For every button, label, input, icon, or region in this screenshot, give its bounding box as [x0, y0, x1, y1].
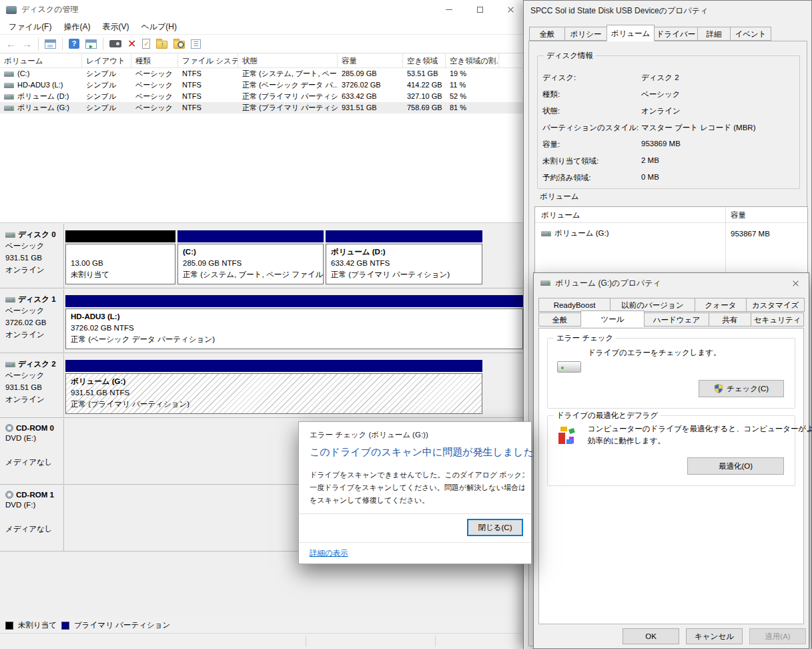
tab-quota[interactable]: クォータ: [695, 298, 747, 312]
col-capacity[interactable]: 容量: [338, 54, 403, 67]
legend-bar: 未割り当て プライマリ パーティション: [0, 618, 526, 633]
tab-tools[interactable]: ツール: [580, 310, 645, 327]
tab-hardware[interactable]: ハードウェア: [644, 312, 709, 327]
minimize-button[interactable]: [434, 0, 464, 19]
close-icon[interactable]: [792, 280, 799, 287]
cdrom-1-panel[interactable]: CD-ROM 1 DVD (F:) メディアなし: [1, 485, 64, 551]
col-free[interactable]: 空き領域: [403, 54, 446, 67]
dialog-title-bar: ボリューム (G:)のプロパティ: [534, 273, 809, 293]
tab-readyboost[interactable]: ReadyBoost: [538, 298, 611, 312]
menu-help[interactable]: ヘルプ(H): [135, 19, 183, 35]
groupbox-label: ドライブの最適化とデフラグ: [554, 411, 661, 421]
close-button-label: 閉じる(C): [478, 523, 512, 533]
legend-unallocated-label: 未割り当て: [18, 620, 57, 630]
col-volume[interactable]: ボリューム: [541, 210, 580, 220]
cell-capacity: 931.51 GB: [338, 102, 403, 114]
volume-list-row[interactable]: ボリューム (G:): [541, 228, 609, 238]
partition-g-selected[interactable]: ボリューム (G:) 931.51 GB NTFS 正常 (プライマリ パーティ…: [65, 360, 482, 414]
tab-sharing[interactable]: 共有: [709, 312, 751, 327]
toolbar-separator: [103, 38, 103, 50]
field-value-disk: ディスク 2: [641, 73, 679, 83]
cell-free: 414.22 GB: [403, 79, 446, 91]
partition-unallocated[interactable]: 13.00 GB 未割り当て: [65, 230, 175, 284]
menu-view[interactable]: 表示(V): [96, 19, 135, 35]
tab-events[interactable]: イベント: [730, 27, 771, 41]
delete-volume-icon[interactable]: ✕: [127, 39, 136, 49]
cell-layout: シンプル: [82, 68, 131, 79]
cancel-button[interactable]: キャンセル: [686, 628, 743, 644]
dialog-title: ボリューム (G:)のプロパティ: [555, 278, 661, 289]
cell-fs: NTFS: [178, 102, 238, 114]
cell-capacity: 3726.02 GB: [338, 79, 403, 91]
tab-policies[interactable]: ポリシー: [564, 27, 607, 41]
tools-tab-page: エラー チェック ドライブのエラーをチェックします。 チェッ: [538, 328, 804, 624]
disk-1-panel[interactable]: ディスク 1 ベーシック 3726.02 GB オンライン: [1, 289, 64, 353]
cdrom-0-panel[interactable]: CD-ROM 0 DVD (E:) メディアなし: [1, 419, 64, 484]
disk-size: 3726.02 GB: [5, 316, 63, 329]
tab-driver[interactable]: ドライバー: [654, 27, 698, 41]
menu-action[interactable]: 操作(A): [57, 19, 96, 35]
explore-folder-icon[interactable]: [173, 41, 185, 49]
rescan-disks-icon[interactable]: [109, 40, 121, 47]
close-button[interactable]: [495, 0, 526, 19]
partition-size: 633.42 GB NTFS: [331, 258, 477, 269]
disk-0-panel[interactable]: ディスク 0 ベーシック 931.51 GB オンライン: [1, 224, 64, 288]
ok-button[interactable]: OK: [623, 628, 679, 644]
col-layout[interactable]: レイアウト: [82, 54, 131, 67]
close-dialog-button[interactable]: 閉じる(C): [467, 519, 523, 536]
tab-customize[interactable]: カスタマイズ: [746, 298, 805, 312]
disk-icon: [5, 362, 15, 367]
field-value-partition-style: マスター ブート レコード (MBR): [641, 123, 755, 133]
col-volume[interactable]: ボリューム: [0, 54, 82, 67]
table-row[interactable]: ボリューム (D:) シンプル ベーシック NTFS 正常 (プライマリ パーテ…: [0, 91, 526, 102]
check-button[interactable]: チェック(C): [699, 380, 784, 397]
show-console-tree-icon[interactable]: [85, 39, 97, 49]
cell-type: ベーシック: [131, 79, 178, 91]
toolbar-separator: [62, 38, 63, 50]
help-icon[interactable]: ?: [69, 39, 79, 49]
maximize-button[interactable]: [464, 0, 495, 19]
menu-file[interactable]: ファイル(F): [3, 19, 57, 35]
cancel-button-label: キャンセル: [695, 632, 734, 642]
apply-button[interactable]: 適用(A): [749, 628, 806, 644]
partition-l[interactable]: HD-ADU3 (L:) 3726.02 GB NTFS 正常 (ベーシック デ…: [65, 295, 523, 349]
table-row-selected[interactable]: ボリューム (G:) シンプル ベーシック NTFS 正常 (プライマリ パーテ…: [0, 102, 526, 114]
error-dialog-body: ドライブをスキャンできませんでした。このダイアログ ボックスを閉じて、もう 一度…: [310, 469, 524, 507]
col-type[interactable]: 種類: [131, 54, 178, 67]
tab-volumes[interactable]: ボリューム: [606, 25, 655, 41]
partition-d[interactable]: ボリューム (D:) 633.42 GB NTFS 正常 (プライマリ パーティ…: [326, 230, 482, 284]
disk-icon: [5, 297, 15, 302]
optimize-button-label: 最適化(O): [719, 461, 753, 471]
show-details-link[interactable]: 詳細の表示: [310, 548, 348, 558]
cell-status: 正常 (プライマリ パーティシ...: [238, 91, 338, 102]
cdrom-media: メディアなし: [5, 456, 63, 468]
partition-c[interactable]: (C:) 285.09 GB NTFS 正常 (システム, ブート, ページ フ…: [177, 230, 324, 284]
forward-icon[interactable]: →: [22, 39, 32, 49]
optimize-button[interactable]: 最適化(O): [687, 457, 784, 475]
col-status[interactable]: 状態: [238, 54, 338, 67]
cell-layout: シンプル: [82, 91, 131, 102]
tab-general[interactable]: 全般: [538, 312, 581, 327]
col-capacity[interactable]: 容量: [731, 210, 746, 220]
open-folder-icon[interactable]: [156, 41, 167, 49]
back-icon[interactable]: ←: [6, 39, 16, 49]
table-row[interactable]: HD-ADU3 (L:) シンプル ベーシック NTFS 正常 (ベーシック デ…: [0, 79, 526, 91]
table-row[interactable]: (C:) シンプル ベーシック NTFS 正常 (システム, ブート, ペー..…: [0, 68, 526, 79]
tab-previous-versions[interactable]: 以前のバージョン: [610, 298, 695, 312]
disk-type: ベーシック: [5, 369, 63, 381]
properties-list-icon[interactable]: [191, 39, 201, 49]
volumes-section-label: ボリューム: [540, 192, 579, 202]
partition-size: 3726.02 GB NTFS: [71, 322, 518, 334]
disk-2-panel[interactable]: ディスク 2 ベーシック 931.51 GB オンライン: [1, 354, 64, 417]
disk-1-row: ディスク 1 ベーシック 3726.02 GB オンライン HD-ADU3 (L…: [0, 289, 526, 353]
cdrom-name: CD-ROM 1: [16, 491, 54, 499]
tab-general[interactable]: 全般: [529, 27, 565, 41]
check-disk-icon[interactable]: [142, 39, 150, 49]
tab-details[interactable]: 詳細: [697, 27, 731, 41]
tab-security[interactable]: セキュリティ: [751, 312, 804, 327]
console-window-icon[interactable]: [45, 39, 56, 49]
col-filesystem[interactable]: ファイル システム: [178, 54, 238, 67]
disk-name: ディスク 1: [18, 294, 56, 304]
col-free-pct[interactable]: 空き領域の割...: [446, 54, 499, 67]
cell-free-pct: 81 %: [446, 102, 499, 114]
